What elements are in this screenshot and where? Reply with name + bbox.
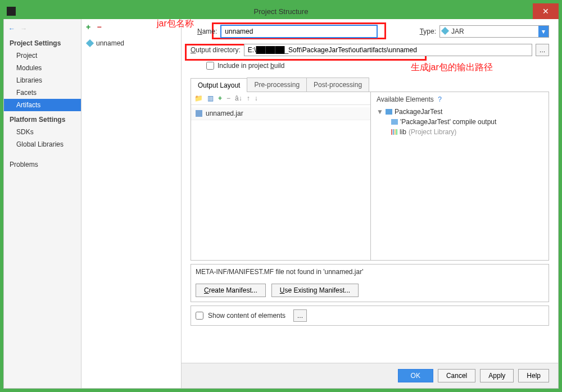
tree-root[interactable]: ▼ PackageJarTest [377, 107, 543, 117]
artifact-icon [86, 39, 94, 47]
available-tree: ▼ PackageJarTest 'PackageJarTest' compil… [377, 107, 543, 137]
type-combo[interactable]: JAR ▾ [439, 25, 549, 38]
settings-nav: ← → Project Settings Project Modules Lib… [4, 19, 81, 388]
tab-pre-processing[interactable]: Pre-processing [247, 78, 307, 92]
layout-jar-label: unnamed.jar [206, 110, 243, 117]
ok-button[interactable]: OK [398, 369, 433, 382]
output-label: Output directory: [191, 46, 241, 54]
artifact-tabs: Output Layout Pre-processing Post-proces… [191, 78, 549, 92]
nav-item-sdks[interactable]: SDKs [4, 126, 81, 138]
project-folder-icon [386, 109, 392, 115]
nav-history: ← → [4, 22, 81, 35]
help-icon[interactable]: ? [438, 95, 442, 103]
move-down-icon[interactable]: ↓ [255, 94, 258, 102]
add-artifact-icon[interactable]: + [86, 22, 90, 31]
nav-section-platform: Platform Settings [4, 111, 81, 126]
manifest-buttons: Create Manifest... Use Existing Manifest… [191, 279, 549, 302]
nav-item-global-libraries[interactable]: Global Libraries [4, 138, 81, 151]
use-existing-manifest-button[interactable]: Use Existing Manifest... [271, 284, 359, 297]
remove-artifact-icon[interactable]: − [97, 22, 102, 31]
sort-icon[interactable]: â↓ [235, 94, 242, 102]
nav-forward-icon[interactable]: → [20, 25, 27, 33]
type-value: JAR [451, 28, 464, 35]
available-elements-panel: Available Elements ? ▼ PackageJarTest 'P… [371, 92, 549, 260]
jar-icon [196, 110, 202, 117]
artifact-label: unnamed [96, 39, 124, 47]
nav-item-project[interactable]: Project [4, 49, 81, 62]
artifact-details: jar包名称 生成jar包的输出路径 Name: Type: JAR ▾ Out… [182, 19, 558, 388]
nav-item-problems[interactable]: Problems [4, 158, 81, 171]
help-button[interactable]: Help [518, 369, 549, 382]
library-icon [391, 129, 397, 135]
type-label: Type: [420, 28, 436, 35]
tree-lib[interactable]: lib (Project Library) [377, 127, 543, 137]
move-up-icon[interactable]: ↑ [247, 94, 250, 102]
new-directory-icon[interactable]: ▥ [207, 94, 214, 102]
show-content-config-button[interactable]: … [293, 309, 307, 322]
nav-item-artifacts[interactable]: Artifacts [4, 99, 81, 111]
artifact-item-unnamed[interactable]: unnamed [81, 37, 181, 49]
module-icon [391, 119, 398, 125]
show-content-checkbox[interactable] [196, 312, 203, 320]
window-title: Project Structure [254, 7, 309, 16]
nav-back-icon[interactable]: ← [8, 25, 15, 33]
nav-item-libraries[interactable]: Libraries [4, 74, 81, 86]
add-copy-icon[interactable]: + [218, 94, 222, 102]
tree-lib-note: (Project Library) [409, 128, 456, 136]
expand-toggle-icon[interactable]: ▼ [377, 108, 383, 116]
layout-jar-row[interactable]: unnamed.jar [191, 107, 370, 120]
cancel-button[interactable]: Cancel [438, 369, 475, 382]
browse-button[interactable]: … [536, 44, 549, 56]
show-content-label: Show content of elements [208, 312, 285, 320]
manifest-message: META-INF/MANIFEST.MF file not found in '… [191, 264, 549, 279]
include-checkbox[interactable] [206, 62, 214, 70]
tree-root-label: PackageJarTest [395, 108, 442, 116]
remove-item-icon[interactable]: − [226, 94, 230, 102]
tab-output-layout[interactable]: Output Layout [191, 78, 247, 92]
output-input[interactable] [244, 44, 532, 56]
titlebar: Project Structure ✕ [3, 3, 559, 19]
layout-tree[interactable]: unnamed.jar [191, 105, 370, 260]
new-folder-icon[interactable]: 📁 [194, 94, 203, 102]
layout-toolbar: 📁 ▥ + − â↓ ↑ ↓ [191, 92, 370, 105]
form-area: Name: Type: JAR ▾ Output directory: … [182, 19, 558, 78]
nav-item-modules[interactable]: Modules [4, 62, 81, 74]
project-structure-window: Project Structure ✕ ← → Project Settings… [3, 3, 559, 389]
nav-item-facets[interactable]: Facets [4, 86, 81, 99]
name-input[interactable] [220, 25, 378, 38]
dialog-footer: OK Cancel Apply Help [182, 363, 558, 388]
chevron-down-icon: ▾ [538, 26, 549, 37]
tree-lib-label: lib [400, 128, 406, 136]
artifact-list: unnamed [81, 35, 181, 52]
dialog-body: ← → Project Settings Project Modules Lib… [3, 19, 559, 389]
apply-button[interactable]: Apply [480, 369, 514, 382]
output-layout-panel: 📁 ▥ + − â↓ ↑ ↓ unnamed.jar [191, 92, 549, 261]
tab-post-processing[interactable]: Post-processing [306, 78, 369, 92]
layout-tree-panel: 📁 ▥ + − â↓ ↑ ↓ unnamed.jar [191, 92, 371, 260]
name-row: Name: Type: JAR ▾ [191, 25, 549, 38]
name-label: Name: [197, 28, 217, 35]
artifact-toolbar: + − [81, 19, 181, 35]
tree-compile-output[interactable]: 'PackageJarTest' compile output [377, 117, 543, 127]
tree-compile-label: 'PackageJarTest' compile output [400, 118, 496, 126]
output-row: Output directory: … [191, 44, 549, 56]
show-content-row: Show content of elements … [191, 306, 549, 326]
close-button[interactable]: ✕ [533, 3, 559, 19]
include-row: Include in project build [191, 62, 549, 70]
artifact-list-panel: + − unnamed [81, 19, 182, 388]
available-header: Available Elements ? [377, 95, 543, 103]
app-icon [7, 7, 16, 16]
create-manifest-button[interactable]: Create Manifest... [196, 284, 266, 297]
jar-type-icon [441, 27, 449, 35]
include-label: Include in project build [217, 62, 284, 70]
nav-section-project: Project Settings [4, 35, 81, 49]
